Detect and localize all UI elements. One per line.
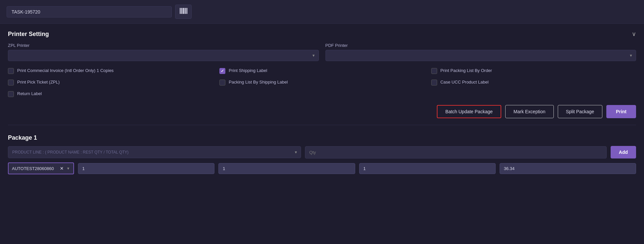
zpl-select-wrapper — [8, 50, 319, 61]
checkbox-label-4: Print Pick Ticket (ZPL) — [17, 79, 60, 85]
checkbox-item-7: Return Label — [8, 91, 213, 97]
qty-input[interactable] — [305, 146, 607, 158]
top-bar — [0, 0, 644, 24]
checkbox-item-5: Packing List By Shipping Label — [219, 79, 424, 86]
checkbox-label-2: Print Shipping Label — [229, 68, 267, 74]
product-line-select[interactable]: PRODUCT LINE : ( PRODUCT NAME : REST QTY… — [8, 146, 301, 158]
checkbox-item-3: Print Packing List By Order — [431, 68, 636, 74]
batch-update-package-button[interactable]: Batch Update Package — [437, 105, 501, 118]
product-select-row: PRODUCT LINE : ( PRODUCT NAME : REST QTY… — [8, 146, 636, 158]
printer-row: ZPL Printer PDF Printer — [8, 43, 636, 61]
mark-exception-button[interactable]: Mark Exception — [505, 105, 553, 118]
checkbox-pick-ticket[interactable] — [8, 80, 14, 86]
checkmark-icon: ✓ — [221, 69, 224, 73]
add-button[interactable]: Add — [611, 146, 636, 158]
product-row: AUTOTEST28060860 ✕ ▼ 36.34 — [8, 162, 636, 174]
barcode-button[interactable] — [175, 5, 192, 19]
svg-rect-1 — [181, 8, 181, 14]
checkbox-label-3: Print Packing List By Order — [440, 68, 492, 74]
checkbox-item-1: Print Commecial Invoice (Intl Order Only… — [8, 68, 213, 74]
col4-display: 36.34 — [500, 163, 636, 174]
checkbox-item-6: Case UCC Product Label — [431, 79, 636, 86]
package-section: Package 1 PRODUCT LINE : ( PRODUCT NAME … — [8, 134, 636, 174]
pdf-printer-select[interactable] — [325, 50, 636, 61]
svg-rect-5 — [184, 8, 185, 14]
package-title: Package 1 — [8, 134, 636, 141]
zpl-printer-select[interactable] — [8, 50, 319, 61]
checkbox-case-ucc[interactable] — [431, 80, 437, 86]
checkbox-commercial-invoice[interactable] — [8, 68, 14, 74]
col2-input[interactable] — [218, 163, 355, 174]
checkbox-packing-list-order[interactable] — [431, 68, 437, 74]
zpl-printer-label: ZPL Printer — [8, 43, 319, 48]
svg-rect-7 — [186, 8, 186, 14]
pdf-select-wrapper — [325, 50, 636, 61]
checkbox-shipping-label[interactable]: ✓ — [219, 68, 225, 74]
checkbox-item-4: Print Pick Ticket (ZPL) — [8, 79, 213, 86]
barcode-icon — [179, 8, 187, 16]
collapse-button[interactable]: ∨ — [632, 30, 636, 38]
tag-close-icon[interactable]: ✕ — [60, 166, 64, 171]
task-input[interactable] — [7, 6, 172, 17]
printer-setting-title: Printer Setting — [8, 31, 49, 38]
checkbox-label-5: Packing List By Shipping Label — [229, 79, 288, 85]
checkbox-label-7: Return Label — [17, 91, 42, 97]
svg-rect-6 — [185, 8, 186, 14]
svg-rect-8 — [187, 8, 187, 14]
print-button[interactable]: Print — [606, 105, 636, 118]
printer-setting-header: Printer Setting ∨ — [8, 30, 636, 38]
checkbox-item-2: ✓ Print Shipping Label — [219, 68, 424, 74]
col3-input[interactable] — [359, 163, 496, 174]
col1-input[interactable] — [78, 163, 214, 174]
pdf-printer-group: PDF Printer — [325, 43, 636, 61]
product-tag-text: AUTOTEST28060860 — [12, 166, 57, 171]
checkbox-grid: Print Commecial Invoice (Intl Order Only… — [8, 68, 636, 97]
product-line-select-wrapper: PRODUCT LINE : ( PRODUCT NAME : REST QTY… — [8, 146, 301, 158]
main-content: Printer Setting ∨ ZPL Printer PDF Printe… — [0, 24, 644, 181]
product-tag: AUTOTEST28060860 ✕ ▼ — [8, 162, 74, 174]
actions-row: Batch Update Package Mark Exception Spli… — [8, 105, 636, 125]
checkbox-packing-list-shipping[interactable] — [219, 80, 225, 86]
pdf-printer-label: PDF Printer — [325, 43, 636, 48]
svg-rect-4 — [183, 8, 184, 14]
checkbox-label-6: Case UCC Product Label — [440, 79, 489, 85]
tag-dropdown-icon[interactable]: ▼ — [66, 166, 70, 170]
checkbox-label-1: Print Commecial Invoice (Intl Order Only… — [17, 68, 114, 74]
svg-rect-2 — [181, 8, 182, 14]
svg-rect-3 — [182, 8, 183, 14]
svg-rect-0 — [180, 8, 180, 14]
zpl-printer-group: ZPL Printer — [8, 43, 319, 61]
split-package-button[interactable]: Split Package — [558, 105, 603, 118]
checkbox-return-label[interactable] — [8, 91, 14, 97]
